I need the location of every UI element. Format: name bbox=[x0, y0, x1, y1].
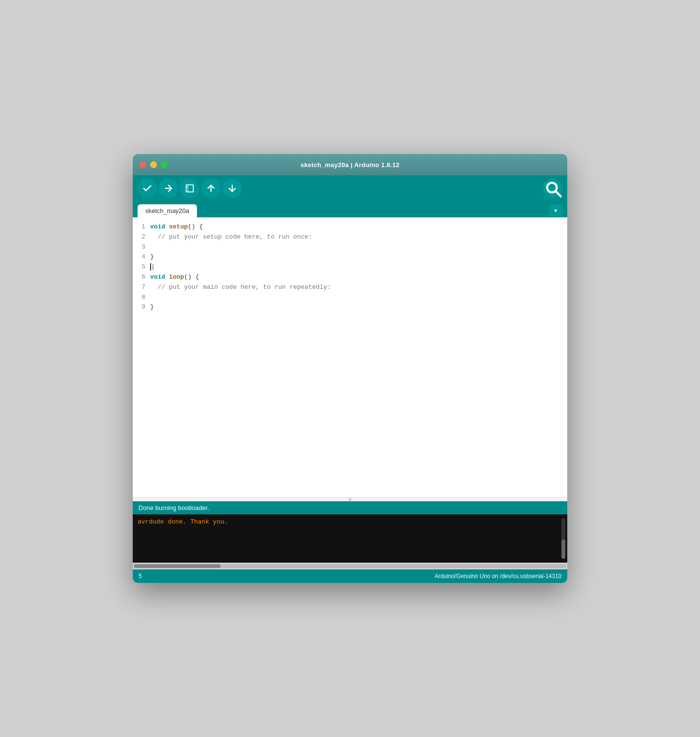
line-number: 7 bbox=[138, 283, 145, 293]
toolbar bbox=[133, 175, 567, 201]
tab-bar: sketch_may20a ▾ bbox=[133, 201, 567, 217]
window-controls bbox=[140, 161, 168, 168]
line-number: 5 bbox=[138, 262, 145, 272]
open-icon bbox=[206, 183, 216, 194]
console-status-text: Done burning bootloader. bbox=[139, 504, 209, 511]
line-number: 4 bbox=[138, 252, 145, 262]
code-editor[interactable]: 1 2 3 4 5 6 7 8 9 void setup() { // put … bbox=[133, 217, 567, 497]
board-info: Arduino/Genuino Uno on /dev/cu.usbserial… bbox=[434, 573, 561, 580]
open-button[interactable] bbox=[201, 179, 221, 198]
line-number: 6 bbox=[138, 272, 145, 283]
line-numbers: 1 2 3 4 5 6 7 8 9 bbox=[133, 217, 148, 497]
svg-point-4 bbox=[547, 183, 557, 192]
upload-button[interactable] bbox=[159, 179, 178, 198]
console-scrollbar-thumb[interactable] bbox=[561, 539, 565, 559]
line-number: 2 bbox=[138, 232, 145, 242]
line-number: 1 bbox=[138, 222, 145, 232]
line-number: 8 bbox=[138, 293, 145, 303]
current-line: 5 bbox=[139, 573, 142, 580]
new-button[interactable] bbox=[180, 179, 199, 198]
close-button[interactable] bbox=[140, 161, 146, 168]
console-status-bar: Done burning bootloader. bbox=[133, 501, 567, 514]
window-title: sketch_may20a | Arduino 1.8.12 bbox=[300, 161, 399, 169]
maximize-button[interactable] bbox=[161, 161, 168, 168]
svg-line-5 bbox=[557, 192, 561, 197]
new-icon bbox=[184, 183, 195, 194]
title-bar: sketch_may20a | Arduino 1.8.12 bbox=[133, 154, 567, 175]
save-button[interactable] bbox=[223, 179, 242, 198]
line-number: 9 bbox=[138, 302, 145, 312]
console-scrollbar[interactable] bbox=[561, 518, 565, 559]
scroll-divider bbox=[133, 497, 567, 501]
search-button[interactable] bbox=[543, 179, 562, 198]
svg-rect-1 bbox=[186, 185, 194, 192]
status-bar: 5 Arduino/Genuino Uno on /dev/cu.usbseri… bbox=[133, 569, 567, 583]
verify-icon bbox=[142, 183, 153, 194]
search-icon bbox=[543, 179, 562, 198]
code-lines[interactable]: void setup() { // put your setup code he… bbox=[148, 217, 567, 497]
tab-dropdown-button[interactable]: ▾ bbox=[549, 205, 562, 216]
verify-button[interactable] bbox=[138, 179, 157, 198]
scroll-indicator bbox=[349, 498, 351, 501]
console-output: avrdude done. Thank you. bbox=[133, 514, 567, 563]
active-tab[interactable]: sketch_may20a bbox=[138, 204, 197, 217]
console-output-text: avrdude done. Thank you. bbox=[138, 518, 228, 525]
minimize-button[interactable] bbox=[150, 161, 157, 168]
arduino-window: sketch_may20a | Arduino 1.8.12 bbox=[133, 154, 567, 583]
upload-icon bbox=[163, 183, 174, 194]
scrollbar-track bbox=[134, 564, 566, 568]
chevron-down-icon: ▾ bbox=[554, 207, 557, 214]
horizontal-scrollbar[interactable] bbox=[133, 563, 567, 569]
scrollbar-thumb[interactable] bbox=[134, 564, 221, 568]
save-icon bbox=[227, 183, 238, 194]
line-number: 3 bbox=[138, 242, 145, 253]
